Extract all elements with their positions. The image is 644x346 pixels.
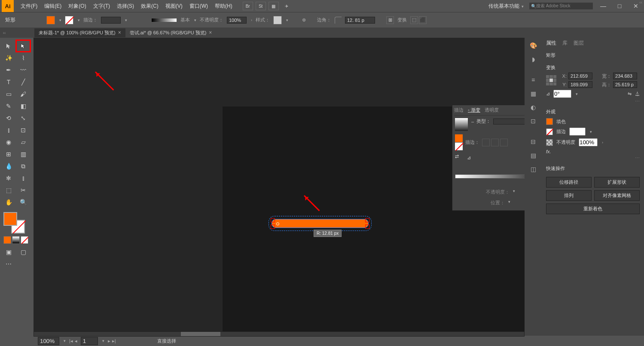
panel-options-icon[interactable]: ≡: [528, 75, 538, 85]
brush-tool[interactable]: 🖌: [16, 88, 30, 100]
workspace-switcher[interactable]: 传统基本功能 ▾: [488, 3, 525, 10]
gradient-preview[interactable]: [455, 118, 468, 131]
gradient-panel-icon[interactable]: ▤: [528, 150, 538, 161]
gradient-panel[interactable]: ›› ≡ 描边 ◦ 渐变 透明度 – 类型： ▾: [452, 105, 525, 211]
recolor-button[interactable]: 重新着色: [546, 203, 640, 214]
stock-search-input[interactable]: 🔍 搜索 Adobe Stock: [529, 2, 593, 10]
magic-wand-tool[interactable]: ✨: [2, 52, 15, 64]
shape-mode-icon[interactable]: ⬛: [419, 16, 427, 24]
recolor-icon[interactable]: ⊕: [302, 17, 306, 23]
corner-handle[interactable]: [271, 225, 275, 229]
direct-selection-tool[interactable]: [16, 40, 30, 52]
rectangle-tool[interactable]: ▭: [2, 88, 15, 100]
style-swatch[interactable]: [273, 16, 282, 24]
zoom-input[interactable]: [38, 337, 59, 345]
flip-v-icon[interactable]: ⏃: [635, 91, 640, 97]
perspective-tool[interactable]: ▱: [16, 137, 30, 148]
mesh-tool[interactable]: ⊞: [2, 149, 15, 160]
dock-expand-icon[interactable]: ‹‹: [639, 0, 642, 5]
y-input[interactable]: [568, 81, 592, 88]
brush-preview[interactable]: [151, 18, 177, 22]
stroke-swatch[interactable]: [65, 16, 73, 24]
gradient-slider[interactable]: [455, 174, 525, 179]
symbols-panel-icon[interactable]: ⊡: [528, 116, 538, 126]
stroke-panel-icon[interactable]: ⊟: [528, 137, 538, 147]
stock-icon[interactable]: St: [256, 2, 266, 10]
pen-tool[interactable]: ✒: [2, 64, 15, 76]
eyedropper-tool[interactable]: 💧: [2, 161, 15, 172]
color-mode-solid[interactable]: [3, 236, 11, 244]
opacity-input[interactable]: [227, 17, 247, 24]
stroke-weight-input[interactable]: [101, 17, 121, 24]
width-input[interactable]: [613, 73, 637, 79]
menu-help[interactable]: 帮助(H): [211, 3, 236, 10]
artboard-tool[interactable]: ⬚: [2, 185, 15, 196]
rotate-tool[interactable]: ⟲: [2, 112, 15, 124]
fill-stroke-swatches[interactable]: [3, 212, 25, 234]
menu-file[interactable]: 文件(F): [17, 3, 41, 10]
live-corner-widget[interactable]: [276, 222, 279, 225]
corner-handle[interactable]: [271, 218, 275, 222]
first-artboard-icon[interactable]: |◂: [69, 338, 73, 344]
gradient-stroke-swatch[interactable]: [455, 143, 463, 150]
menu-window[interactable]: 窗口(W): [186, 3, 211, 10]
opacity-swatch[interactable]: [546, 139, 553, 146]
symbol-sprayer-tool[interactable]: ✻: [2, 173, 15, 184]
fx-label[interactable]: fx.: [546, 149, 551, 154]
brushes-panel-icon[interactable]: ◐: [528, 102, 538, 112]
gradient-type-select[interactable]: [493, 118, 525, 124]
close-tab-icon[interactable]: ×: [118, 30, 121, 36]
doc-tab-active[interactable]: 未标题-1* @ 100% (RGB/GPU 预览) ×: [34, 28, 125, 37]
align-pixel-grid-button[interactable]: 对齐像素网格: [594, 190, 640, 201]
panel-tab-stroke[interactable]: 描边: [454, 107, 464, 113]
horizontal-scrollbar[interactable]: [34, 331, 525, 337]
lasso-tool[interactable]: ⌇: [16, 52, 30, 64]
canvas[interactable]: R: 12.81 px ›› ≡ 描边 ◦ 渐变 透明度 – 类型： ▾: [34, 38, 525, 336]
menu-object[interactable]: 对象(O): [65, 3, 89, 10]
stroke-apply-icon[interactable]: [482, 139, 490, 146]
corner-radius-input[interactable]: [345, 17, 375, 24]
width-tool[interactable]: ⫿: [2, 124, 15, 136]
angle-input[interactable]: [553, 90, 571, 98]
hand-tool[interactable]: ✋: [2, 197, 15, 208]
slice-tool[interactable]: ✂: [16, 185, 30, 196]
eraser-tool[interactable]: ◧: [16, 100, 30, 112]
more-options-icon[interactable]: ⋯: [546, 99, 640, 104]
corner-handle[interactable]: [365, 225, 369, 229]
delete-stop-icon[interactable]: 🗑: [455, 179, 525, 185]
tab-properties[interactable]: 属性: [546, 39, 556, 47]
graph-tool[interactable]: ⫿: [16, 173, 30, 184]
color-mode-gradient[interactable]: [12, 236, 20, 244]
curvature-tool[interactable]: 〰: [16, 64, 30, 76]
menu-type[interactable]: 文字(T): [90, 3, 113, 10]
next-artboard-icon[interactable]: ▸: [108, 338, 110, 344]
stroke-swatch[interactable]: [546, 128, 553, 135]
panel-tab-gradient[interactable]: ◦ 渐变: [468, 107, 480, 113]
swatches-panel-icon[interactable]: ▦: [528, 88, 538, 99]
menu-select[interactable]: 选择(S): [113, 3, 137, 10]
arrange-button[interactable]: 排列: [546, 190, 592, 201]
align-icon[interactable]: ⊞: [386, 16, 394, 24]
menu-edit[interactable]: 编辑(E): [41, 3, 65, 10]
height-input[interactable]: [613, 81, 637, 88]
gradient-fill-swatch[interactable]: [455, 134, 463, 142]
maximize-button[interactable]: □: [613, 1, 626, 11]
color-mode-none[interactable]: [21, 236, 28, 244]
fill-swatch[interactable]: [546, 118, 553, 125]
fill-color[interactable]: [3, 212, 17, 226]
close-tab-icon[interactable]: ×: [209, 30, 212, 36]
selection-tool[interactable]: [2, 40, 15, 52]
transparency-panel-icon[interactable]: ◫: [528, 164, 538, 174]
stroke-apply-icon[interactable]: [491, 139, 499, 146]
transform-label[interactable]: 变换: [397, 17, 407, 23]
doc-tab[interactable]: 尝试.ai* @ 66.67% (RGB/GPU 预览) ×: [125, 28, 217, 37]
corner-handle[interactable]: [365, 218, 369, 222]
more-options-icon[interactable]: ⋯: [546, 155, 640, 161]
prev-artboard-icon[interactable]: ◂: [75, 338, 77, 344]
shape-mode-icon[interactable]: ⬚: [410, 16, 418, 24]
type-tool[interactable]: T: [2, 76, 15, 88]
screen-mode-normal[interactable]: ▣: [2, 246, 15, 258]
prefs-icon[interactable]: ✈: [281, 2, 292, 10]
menu-view[interactable]: 视图(V): [162, 3, 186, 10]
arrange-docs-icon[interactable]: ▦: [269, 2, 279, 10]
